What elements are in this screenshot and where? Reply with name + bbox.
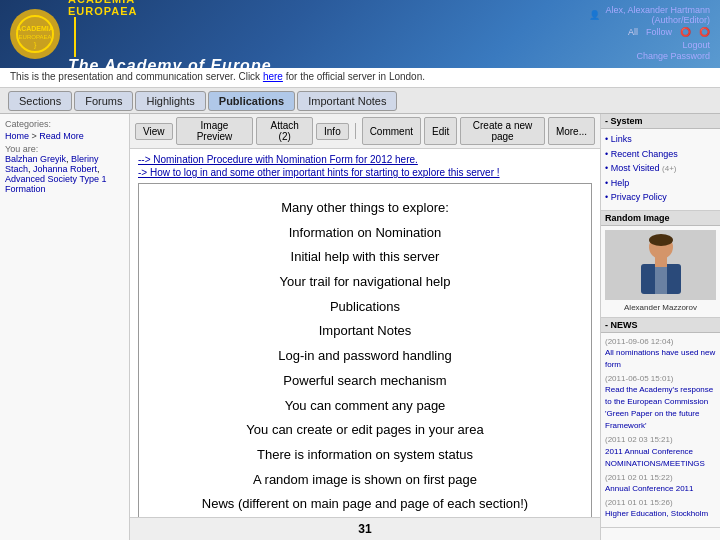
news-link-2[interactable]: Read the Academy's response to the Europ… (605, 384, 716, 432)
logo-area: ACADEMIA EUROPAEA } ACADEMIA EUROPAEA Th… (10, 0, 272, 75)
toolbar-separator (355, 123, 356, 139)
news-section: - NEWS (2011-09-06 12:04) All nomination… (601, 318, 720, 529)
system-link-recent-changes[interactable]: • Recent Changes (605, 148, 716, 162)
text-line-13: News (different on main page and page of… (159, 492, 571, 517)
change-password-link[interactable]: Change Password (636, 51, 710, 61)
system-link-most-visited[interactable]: • Most Visited (4+) (605, 162, 716, 176)
text-line-1: Many other things to explore: (159, 196, 571, 221)
all-label: All (628, 27, 638, 37)
content-inner: --> Nomination Procedure with Nomination… (130, 149, 600, 517)
user-area: 👤 Alex, Alexander Hartmann(Author/Editor… (589, 5, 710, 61)
create-page-button[interactable]: Create a new page (460, 117, 545, 145)
news-link-3[interactable]: 2011 Annual Conference NOMINATIONS/MEETI… (605, 446, 716, 470)
text-line-7: Log-in and password handling (159, 344, 571, 369)
text-line-4: Your trail for navigational help (159, 270, 571, 295)
content-toolbar: View Image Preview Attach (2) Info Comme… (130, 114, 600, 149)
edit-button[interactable]: Edit (424, 117, 457, 145)
trail-link-4[interactable]: Advanced Society Type 1 Formation (5, 174, 106, 194)
follow-link[interactable]: Follow (646, 27, 672, 37)
system-link-privacy[interactable]: • Privacy Policy (605, 191, 716, 205)
trail-link-3[interactable]: Johanna Robert (33, 164, 97, 174)
main-text-box: Many other things to explore: Informatio… (138, 183, 592, 517)
breadcrumb-home[interactable]: Home (5, 131, 29, 141)
nav-sections[interactable]: Sections (8, 91, 72, 111)
text-line-8: Powerful search mechanism (159, 369, 571, 394)
system-link-help[interactable]: • Help (605, 177, 716, 191)
news-link-5[interactable]: Higher Education, Stockholm (605, 508, 716, 520)
svg-text:}: } (34, 40, 37, 49)
svg-rect-7 (655, 264, 667, 294)
logo-name: ACADEMIA EUROPAEA (68, 0, 272, 17)
more-button[interactable]: More... (548, 117, 595, 145)
news-item-3: (2011 02 03 15:21) 2011 Annual Conferenc… (605, 435, 716, 469)
left-sidebar: Categories: Home > Read More You are: Ba… (0, 114, 130, 540)
text-line-9: You can comment any page (159, 394, 571, 419)
info-button[interactable]: Info (316, 123, 349, 140)
text-line-11: There is information on system status (159, 443, 571, 468)
random-image (605, 230, 716, 300)
toolbar-right: Comment Edit Create a new page More... (362, 117, 595, 145)
news-title: - NEWS (601, 318, 720, 333)
svg-text:ACADEMIA: ACADEMIA (16, 25, 54, 32)
text-line-3: Initial help with this server (159, 245, 571, 270)
logo-text-area: ACADEMIA EUROPAEA The Academy of Europe (68, 0, 272, 75)
random-image-section: Random Image Alexander Mazzorov (601, 211, 720, 318)
view-button[interactable]: View (135, 123, 173, 140)
nav-highlights[interactable]: Highlights (135, 91, 205, 111)
comment-button[interactable]: Comment (362, 117, 421, 145)
nav-forums[interactable]: Forums (74, 91, 133, 111)
page-number: 31 (130, 517, 600, 540)
news-item-2: (2011-06-05 15:01) Read the Academy's re… (605, 374, 716, 432)
text-line-12: A random image is shown on first page (159, 468, 571, 493)
breadcrumb: Home > Read More (5, 131, 124, 141)
news-link-1[interactable]: All nominations have used new form (605, 347, 716, 371)
random-image-title: Random Image (601, 211, 720, 226)
content-area: View Image Preview Attach (2) Info Comme… (130, 114, 600, 540)
logout-link[interactable]: Logout (682, 40, 710, 50)
news-link-4[interactable]: Annual Conference 2011 (605, 483, 716, 495)
nav-publications[interactable]: Publications (208, 91, 295, 111)
header: ACADEMIA EUROPAEA } ACADEMIA EUROPAEA Th… (0, 0, 720, 68)
attach-button[interactable]: Attach (2) (256, 117, 313, 145)
category-label: Categories: (5, 119, 124, 129)
system-section: - System • Links • Recent Changes • Most… (601, 114, 720, 211)
navbar: Sections Forums Highlights Publications … (0, 88, 720, 114)
image-caption: Alexander Mazzorov (605, 302, 716, 313)
text-line-6: Important Notes (159, 319, 571, 344)
svg-rect-8 (655, 257, 667, 267)
breadcrumb-read-more[interactable]: Read More (39, 131, 84, 141)
trail-link-1[interactable]: Balzhan Greyik (5, 154, 66, 164)
nomination-link[interactable]: --> Nomination Procedure with Nomination… (138, 154, 592, 165)
main-layout: Categories: Home > Read More You are: Ba… (0, 114, 720, 540)
trail-label: You are: (5, 144, 124, 154)
image-preview-button[interactable]: Image Preview (176, 117, 254, 145)
system-link-links[interactable]: • Links (605, 133, 716, 147)
text-line-5: Publications (159, 295, 571, 320)
text-line-10: You can create or edit pages in your are… (159, 418, 571, 443)
news-item-4: (2011 02 01 15:22) Annual Conference 201… (605, 473, 716, 495)
logo-divider (74, 17, 76, 57)
news-item-1: (2011-09-06 12:04) All nominations have … (605, 337, 716, 371)
right-sidebar: - System • Links • Recent Changes • Most… (600, 114, 720, 540)
logo-emblem: ACADEMIA EUROPAEA } (10, 9, 60, 59)
user-name: Alex, Alexander Hartmann(Author/Editor) (605, 5, 710, 25)
system-title: - System (601, 114, 720, 129)
trail-links: Balzhan Greyik, Bleriny Stach, Johanna R… (5, 154, 124, 194)
nav-important-notes[interactable]: Important Notes (297, 91, 397, 111)
how-to-link[interactable]: -> How to log in and some other importan… (138, 167, 592, 178)
news-item-5: (2011 01 01 15:26) Higher Education, Sto… (605, 498, 716, 520)
text-line-2: Information on Nomination (159, 221, 571, 246)
svg-point-5 (649, 234, 673, 246)
logo-subtitle: The Academy of Europe (68, 57, 272, 75)
